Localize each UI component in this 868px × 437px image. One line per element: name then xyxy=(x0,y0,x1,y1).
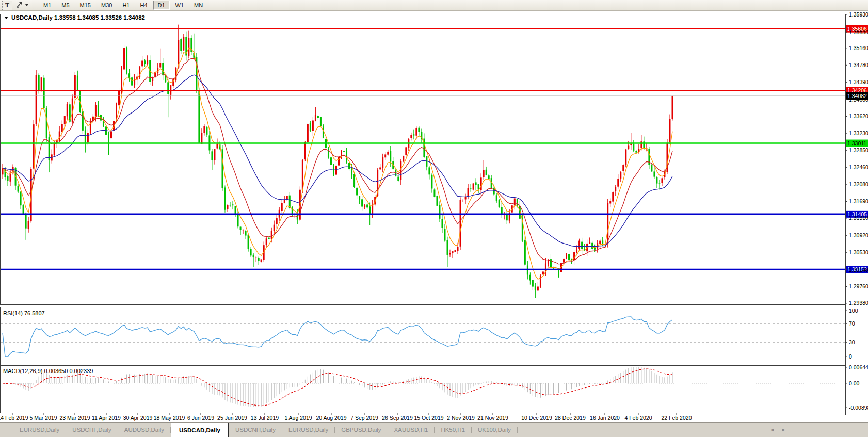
candle-body xyxy=(599,241,601,244)
timeframe-button-w1[interactable]: W1 xyxy=(171,1,189,10)
candle-body xyxy=(307,124,309,142)
time-tick-label: 5 Mar 2019 xyxy=(29,415,57,421)
dropdown-caret-icon[interactable] xyxy=(25,4,28,6)
timeframe-button-h4[interactable]: H4 xyxy=(135,1,152,10)
candle-body xyxy=(628,145,629,149)
candle-body xyxy=(87,133,89,143)
candle-body xyxy=(235,206,236,214)
candle-body xyxy=(330,157,332,165)
candle-body xyxy=(310,123,311,131)
time-tick-label: 20 Aug 2019 xyxy=(316,415,347,421)
macd-tick-label: 0.00 xyxy=(849,380,860,386)
candle-body xyxy=(535,286,536,290)
candle-body xyxy=(250,249,252,256)
candle-body xyxy=(85,130,86,142)
candle-body xyxy=(537,287,539,291)
candle-body xyxy=(41,77,42,90)
candle-body xyxy=(468,188,469,197)
candle-body xyxy=(423,139,425,157)
time-tick-label: 15 Oct 2019 xyxy=(414,415,443,421)
chart-tab-hk50-h1[interactable]: HK50,H1 xyxy=(435,423,471,437)
price-tick-label: 1.31310 xyxy=(849,215,868,221)
toolbar: T M1M5M15M30H1H4D1W1MN xyxy=(0,0,868,11)
candle-body xyxy=(470,188,472,189)
chart-tab-eurusd-daily[interactable]: EURUSD,Daily xyxy=(13,423,66,437)
text-tool-button[interactable]: T xyxy=(2,1,12,10)
rsi-tick-label: 0 xyxy=(849,353,852,360)
candle-body xyxy=(43,78,45,108)
chart-tab-gbpusd-daily[interactable]: GBPUSD,Daily xyxy=(335,423,387,437)
candle-body xyxy=(609,201,611,204)
rsi-tick-label: 70 xyxy=(849,320,855,327)
candle-body xyxy=(144,60,146,64)
candle-body xyxy=(33,124,35,168)
candle-body xyxy=(118,91,120,105)
candle-body xyxy=(566,255,567,258)
candle-body xyxy=(284,200,285,203)
quick-trade-icon[interactable] xyxy=(14,1,24,10)
candle-body xyxy=(98,105,99,116)
timeframe-button-mn[interactable]: MN xyxy=(189,1,207,10)
candle-body xyxy=(439,205,440,219)
price-tick-label: 1.35530 xyxy=(849,29,868,35)
macd-label: MACD(12,26,9) 0.003650 0.002339 xyxy=(3,368,93,374)
candle-body xyxy=(550,259,552,267)
text-tool-label: T xyxy=(5,2,9,9)
candle-body xyxy=(529,275,531,281)
candle-body xyxy=(384,154,386,157)
candle-body xyxy=(243,230,244,230)
time-tick-label: 21 Nov 2019 xyxy=(477,415,508,421)
rsi-tick-label: 30 xyxy=(849,339,855,345)
candle-body xyxy=(105,126,107,135)
rsi-tick-label: 100 xyxy=(849,307,858,314)
candle-body xyxy=(630,144,632,145)
candle-body xyxy=(159,63,161,68)
price-tick-label: 1.35160 xyxy=(849,45,868,51)
candle-body xyxy=(548,260,549,264)
macd-tick-label: 0.006448 xyxy=(849,364,868,370)
candle-body xyxy=(480,177,482,190)
candle-body xyxy=(369,206,371,214)
time-tick-label: 14 Feb 2019 xyxy=(0,415,28,421)
price-tick-label: 1.29380 xyxy=(849,300,868,306)
candle-body xyxy=(418,128,420,132)
price-tick-label: 1.30530 xyxy=(849,249,868,255)
time-tick-label: 10 Dec 2019 xyxy=(521,415,552,421)
chart-tab-usdchf-daily[interactable]: USDCHF,Daily xyxy=(66,423,117,437)
chart-tab-eurusd-daily[interactable]: EURUSD,Daily xyxy=(282,423,334,437)
candle-body xyxy=(405,147,407,155)
time-tick-label: 30 Apr 2019 xyxy=(123,415,153,421)
candle-body xyxy=(413,134,414,135)
price-chart[interactable]: 1.356061.342061.330111.314051.301521.340… xyxy=(0,11,868,422)
price-tick-label: 1.30920 xyxy=(849,232,868,238)
candle-body xyxy=(488,175,490,179)
chart-tab-usdcad-daily[interactable]: USDCAD,Daily xyxy=(171,423,229,437)
timeframe-button-m1[interactable]: M1 xyxy=(39,1,56,10)
candle-body xyxy=(403,156,404,161)
time-tick-label: 1 Aug 2019 xyxy=(284,415,312,421)
tab-scroll-left-button[interactable]: ◄ xyxy=(770,427,775,432)
timeframe-button-m5[interactable]: M5 xyxy=(57,1,74,10)
timeframe-button-m30[interactable]: M30 xyxy=(97,1,117,10)
diagonal-arrows-icon xyxy=(15,1,23,9)
price-tick-label: 1.29760 xyxy=(849,283,868,289)
candle-body xyxy=(400,161,401,180)
timeframe-button-d1[interactable]: D1 xyxy=(153,1,170,10)
chart-tab-uk100-daily[interactable]: UK100,Daily xyxy=(472,423,517,437)
time-tick-label: 2 Nov 2019 xyxy=(447,415,475,421)
candle-body xyxy=(602,240,603,244)
time-tick-label: 23 Mar 2019 xyxy=(60,415,90,421)
candle-body xyxy=(462,200,464,200)
timeframe-button-h1[interactable]: H1 xyxy=(118,1,134,10)
time-tick-label: 11 Apr 2019 xyxy=(92,415,121,421)
chart-tab-xauusd-h1[interactable]: XAUUSD,H1 xyxy=(388,423,435,437)
candle-body xyxy=(661,178,663,183)
candle-body xyxy=(312,120,314,131)
candle-body xyxy=(563,259,565,263)
timeframe-button-m15[interactable]: M15 xyxy=(75,1,95,10)
chart-tab-audusd-daily[interactable]: AUDUSD,Daily xyxy=(118,423,170,437)
tab-scroll-right-button[interactable]: ► xyxy=(781,427,786,432)
price-tick-label: 1.35930 xyxy=(849,11,868,18)
candle-body xyxy=(501,207,503,215)
chart-tab-usdcnh-daily[interactable]: USDCNH,Daily xyxy=(229,423,282,437)
